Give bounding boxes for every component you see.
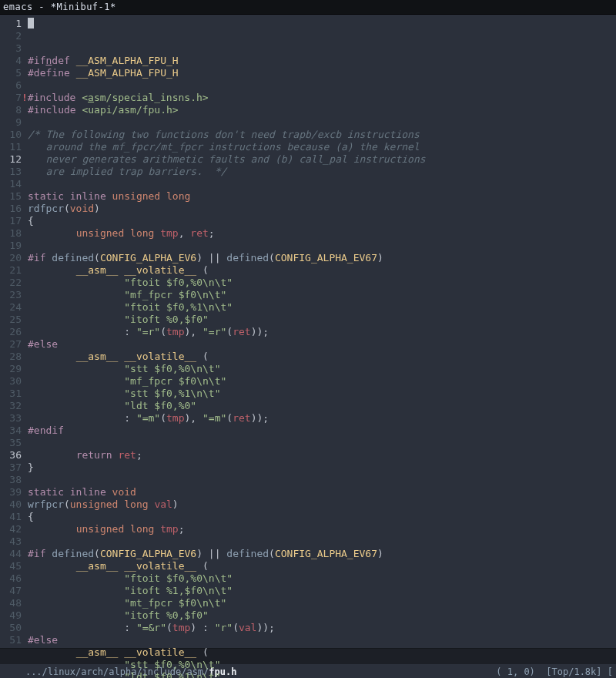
code-line[interactable] [28,437,616,449]
code-line[interactable]: return ret; [28,449,616,462]
token: __volatile__ [124,351,196,362]
code-line[interactable]: "mf_fpcr $f0\n\t" [28,289,616,301]
line-number: 34 [0,425,22,437]
code-line[interactable]: "ftoit $f0,%1\n\t" [28,301,616,314]
code-line[interactable]: !#include <asm/special_insns.h> [28,92,616,104]
token [28,400,124,411]
code-line[interactable]: "ftoit $f0,%0\n\t" [28,572,616,585]
code-line[interactable]: : "=&r"(tmp) : "r"(val)); [28,622,616,634]
code-line[interactable]: static inline void [28,486,616,498]
line-number: 7 [0,92,22,104]
code-line[interactable]: "stt $f0,%1\n\t" [28,388,616,400]
code-line[interactable]: __asm__ __volatile__ ( [28,560,616,572]
code-line[interactable]: "ldt $f0,%0" [28,400,616,412]
token: ) || [196,252,226,263]
code-line[interactable]: static inline unsigned long [28,190,616,203]
token: "stt $f0,%0\n\t" [124,659,220,670]
code-line[interactable]: never generates arithmetic faults and (b… [28,153,616,166]
token: val [239,622,256,633]
code-line[interactable]: #if defined(CONFIG_ALPHA_EV6) || defined… [28,252,616,264]
line-number: 48 [0,597,22,609]
code-line[interactable]: : "=r"(tmp), "=r"(ret)); [28,326,616,338]
line-number: 47 [0,585,22,597]
code-line[interactable] [28,178,616,190]
code-line[interactable] [28,535,616,548]
code-line[interactable]: #else [28,634,616,646]
fringe-indicator-icon: ! [22,92,28,103]
code-line[interactable]: around the mf_fpcr/mt_fpcr instructions … [28,141,616,153]
code-line[interactable]: "ldt $f0,%1\n\t" [28,671,616,678]
code-line[interactable]: "mt_fpcr $f0\n\t" [28,597,616,609]
code-line[interactable] [28,240,616,252]
token: "itoft %0,$f0" [124,314,209,325]
token: defined [52,252,94,263]
token [28,375,124,387]
line-number: 3 [0,42,22,55]
token: "ftoit $f0,%0\n\t" [124,277,233,288]
code-line[interactable]: wrfpcr(unsigned long val) [28,498,616,511]
code-line[interactable]: "ftoit $f0,%0\n\t" [28,277,616,289]
token: wrfpcr [28,498,64,510]
code-line[interactable]: { [28,511,616,523]
code-area[interactable]: #ifndef __ASM_ALPHA_FPU_H#define __ASM_A… [28,15,616,648]
line-number: 37 [0,462,22,474]
code-line[interactable]: "stt $f0,%0\n\t" [28,363,616,375]
token [28,560,76,572]
token: "ftoit $f0,%0\n\t" [124,572,233,584]
code-line[interactable]: : "=m"(tmp), "=m"(ret)); [28,412,616,425]
code-line[interactable]: #include <uapi/asm/fpu.h> [28,104,616,116]
token: val [154,498,172,510]
code-line[interactable]: "itoft %1,$f0\n\t" [28,585,616,597]
token: ( [64,203,70,214]
editor-pane[interactable]: 1234567891011121314151617181920212223242… [0,15,616,648]
token: ( [226,326,233,337]
token: "stt $f0,%0\n\t" [124,363,220,374]
line-number-gutter: 1234567891011121314151617181920212223242… [0,15,28,648]
code-line[interactable] [28,116,616,129]
token: "itoft %0,$f0" [124,609,209,621]
code-line[interactable]: __asm__ __volatile__ ( [28,351,616,363]
token: { [28,511,34,522]
token [28,388,124,399]
code-line[interactable]: unsigned long tmp, ret; [28,227,616,240]
token: ( [160,412,166,424]
token: sm/special_insns.h> [94,92,209,103]
code-line[interactable]: rdfpcr(void) [28,203,616,215]
token: CONFIG_ALPHA_EV6 [100,252,196,263]
code-line[interactable]: /* The following two functions don't nee… [28,129,616,141]
line-number: 25 [0,314,22,326]
code-line[interactable]: unsigned long tmp; [28,523,616,535]
token: #define [28,67,76,79]
token: ret [233,326,250,337]
token: __volatile__ [124,560,196,572]
code-line[interactable]: __asm__ __volatile__ ( [28,264,616,277]
code-line[interactable]: "stt $f0,%0\n\t" [28,659,616,671]
line-number: 30 [0,375,22,388]
token: ( [160,326,166,337]
code-line[interactable]: #else [28,338,616,351]
code-line[interactable] [28,79,616,92]
code-line[interactable]: "itoft %0,$f0" [28,609,616,622]
token: : [28,412,136,424]
token: unsigned long [112,190,191,202]
line-number: 13 [0,166,22,178]
token: ), [185,326,203,337]
token: defined [226,548,269,559]
line-number: 28 [0,351,22,363]
line-number: 27 [0,338,22,351]
token: ( [196,646,209,658]
code-line[interactable]: __asm__ __volatile__ ( [28,646,616,659]
code-line[interactable]: } [28,462,616,474]
code-line[interactable]: { [28,215,616,227]
code-line[interactable]: are implied trap barriers. */ [28,166,616,178]
code-line[interactable]: #endif [28,425,616,437]
line-number: 35 [0,437,22,449]
code-line[interactable]: #ifndef __ASM_ALPHA_FPU_H [28,55,616,67]
code-line[interactable]: "mf_fpcr $f0\n\t" [28,375,616,388]
code-line[interactable]: #if defined(CONFIG_ALPHA_EV6) || defined… [28,548,616,560]
code-line[interactable] [28,474,616,486]
token: ) [94,203,100,214]
token: ) : [190,622,214,633]
code-line[interactable]: "itoft %0,$f0" [28,314,616,326]
code-line[interactable]: #define __ASM_ALPHA_FPU_H [28,67,616,79]
